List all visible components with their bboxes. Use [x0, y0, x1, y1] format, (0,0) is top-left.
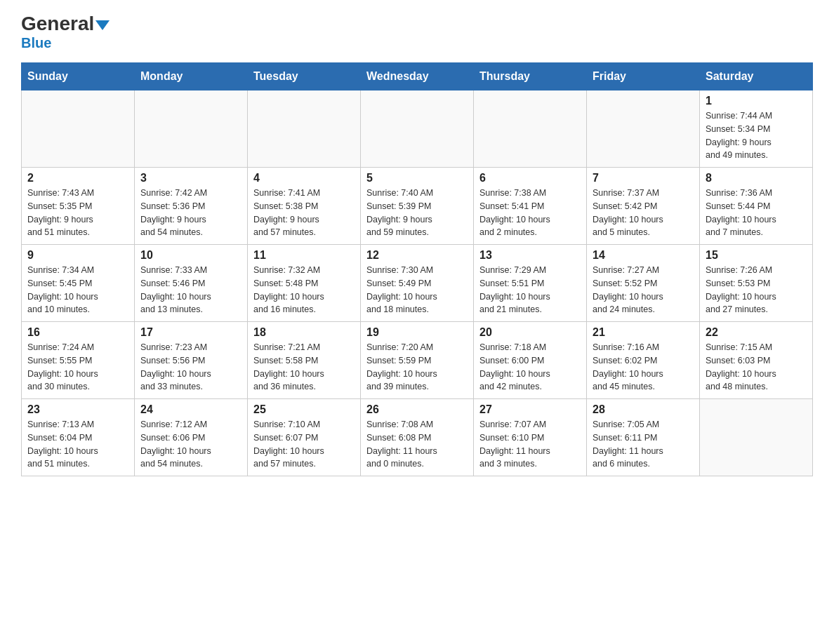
day-number: 8: [706, 172, 807, 185]
calendar-header-row: SundayMondayTuesdayWednesdayThursdayFrid…: [22, 63, 813, 90]
day-info-text: Sunrise: 7:18 AM Sunset: 6:00 PM Dayligh…: [479, 341, 581, 394]
day-cell: 18Sunrise: 7:21 AM Sunset: 5:58 PM Dayli…: [248, 322, 361, 399]
day-number: 19: [366, 326, 468, 339]
day-info-text: Sunrise: 7:21 AM Sunset: 5:58 PM Dayligh…: [253, 341, 355, 394]
day-number: 23: [27, 403, 128, 416]
day-cell: [474, 90, 587, 168]
column-header-tuesday: Tuesday: [248, 63, 361, 90]
day-cell: 1Sunrise: 7:44 AM Sunset: 5:34 PM Daylig…: [700, 90, 813, 168]
day-number: 20: [479, 326, 581, 339]
day-info-text: Sunrise: 7:41 AM Sunset: 5:38 PM Dayligh…: [253, 187, 355, 239]
day-info-text: Sunrise: 7:33 AM Sunset: 5:46 PM Dayligh…: [140, 264, 241, 316]
day-info-text: Sunrise: 7:29 AM Sunset: 5:51 PM Dayligh…: [479, 264, 581, 316]
day-cell: 2Sunrise: 7:43 AM Sunset: 5:35 PM Daylig…: [22, 168, 135, 245]
day-info-text: Sunrise: 7:10 AM Sunset: 6:07 PM Dayligh…: [253, 418, 355, 471]
day-number: 14: [593, 249, 694, 262]
day-cell: 6Sunrise: 7:38 AM Sunset: 5:41 PM Daylig…: [474, 168, 587, 245]
column-header-sunday: Sunday: [22, 63, 135, 90]
day-number: 27: [479, 403, 581, 416]
logo: General Blue: [21, 14, 110, 51]
day-cell: 7Sunrise: 7:37 AM Sunset: 5:42 PM Daylig…: [587, 168, 700, 245]
day-cell: 11Sunrise: 7:32 AM Sunset: 5:48 PM Dayli…: [248, 245, 361, 322]
day-cell: 20Sunrise: 7:18 AM Sunset: 6:00 PM Dayli…: [474, 322, 587, 399]
day-info-text: Sunrise: 7:15 AM Sunset: 6:03 PM Dayligh…: [706, 341, 807, 394]
logo-triangle-icon: [95, 20, 110, 30]
day-cell: 5Sunrise: 7:40 AM Sunset: 5:39 PM Daylig…: [361, 168, 474, 245]
day-info-text: Sunrise: 7:26 AM Sunset: 5:53 PM Dayligh…: [706, 264, 807, 316]
page-header: General Blue: [21, 14, 813, 51]
day-cell: 26Sunrise: 7:08 AM Sunset: 6:08 PM Dayli…: [361, 399, 474, 476]
day-cell: 13Sunrise: 7:29 AM Sunset: 5:51 PM Dayli…: [474, 245, 587, 322]
day-number: 22: [706, 326, 807, 339]
day-cell: 8Sunrise: 7:36 AM Sunset: 5:44 PM Daylig…: [700, 168, 813, 245]
day-cell: [22, 90, 135, 168]
day-cell: 16Sunrise: 7:24 AM Sunset: 5:55 PM Dayli…: [22, 322, 135, 399]
day-number: 11: [253, 249, 355, 262]
day-cell: 25Sunrise: 7:10 AM Sunset: 6:07 PM Dayli…: [248, 399, 361, 476]
day-info-text: Sunrise: 7:36 AM Sunset: 5:44 PM Dayligh…: [706, 187, 807, 239]
day-number: 3: [140, 172, 241, 185]
day-cell: 4Sunrise: 7:41 AM Sunset: 5:38 PM Daylig…: [248, 168, 361, 245]
day-number: 4: [253, 172, 355, 185]
day-info-text: Sunrise: 7:05 AM Sunset: 6:11 PM Dayligh…: [593, 418, 694, 471]
day-number: 5: [366, 172, 468, 185]
day-cell: 14Sunrise: 7:27 AM Sunset: 5:52 PM Dayli…: [587, 245, 700, 322]
day-number: 12: [366, 249, 468, 262]
day-number: 24: [140, 403, 241, 416]
day-number: 13: [479, 249, 581, 262]
day-info-text: Sunrise: 7:32 AM Sunset: 5:48 PM Dayligh…: [253, 264, 355, 316]
day-number: 16: [27, 326, 128, 339]
day-info-text: Sunrise: 7:27 AM Sunset: 5:52 PM Dayligh…: [593, 264, 694, 316]
day-cell: [700, 399, 813, 476]
day-cell: [587, 90, 700, 168]
day-info-text: Sunrise: 7:07 AM Sunset: 6:10 PM Dayligh…: [479, 418, 581, 471]
day-cell: 3Sunrise: 7:42 AM Sunset: 5:36 PM Daylig…: [135, 168, 248, 245]
column-header-wednesday: Wednesday: [361, 63, 474, 90]
day-number: 26: [366, 403, 468, 416]
day-cell: 27Sunrise: 7:07 AM Sunset: 6:10 PM Dayli…: [474, 399, 587, 476]
week-row-4: 16Sunrise: 7:24 AM Sunset: 5:55 PM Dayli…: [22, 322, 813, 399]
calendar-table: SundayMondayTuesdayWednesdayThursdayFrid…: [21, 62, 813, 476]
day-number: 18: [253, 326, 355, 339]
week-row-1: 1Sunrise: 7:44 AM Sunset: 5:34 PM Daylig…: [22, 90, 813, 168]
day-info-text: Sunrise: 7:42 AM Sunset: 5:36 PM Dayligh…: [140, 187, 241, 239]
day-info-text: Sunrise: 7:23 AM Sunset: 5:56 PM Dayligh…: [140, 341, 241, 394]
column-header-saturday: Saturday: [700, 63, 813, 90]
logo-blue-text: Blue: [21, 35, 51, 51]
column-header-monday: Monday: [135, 63, 248, 90]
day-cell: [248, 90, 361, 168]
day-info-text: Sunrise: 7:40 AM Sunset: 5:39 PM Dayligh…: [366, 187, 468, 239]
day-cell: [135, 90, 248, 168]
day-number: 28: [593, 403, 694, 416]
column-header-friday: Friday: [587, 63, 700, 90]
day-number: 2: [27, 172, 128, 185]
day-info-text: Sunrise: 7:44 AM Sunset: 5:34 PM Dayligh…: [706, 109, 807, 162]
logo-general-text: General: [21, 14, 110, 34]
day-cell: 23Sunrise: 7:13 AM Sunset: 6:04 PM Dayli…: [22, 399, 135, 476]
day-number: 7: [593, 172, 694, 185]
day-info-text: Sunrise: 7:37 AM Sunset: 5:42 PM Dayligh…: [593, 187, 694, 239]
day-number: 21: [593, 326, 694, 339]
week-row-5: 23Sunrise: 7:13 AM Sunset: 6:04 PM Dayli…: [22, 399, 813, 476]
day-info-text: Sunrise: 7:13 AM Sunset: 6:04 PM Dayligh…: [27, 418, 128, 471]
day-number: 6: [479, 172, 581, 185]
day-number: 9: [27, 249, 128, 262]
day-cell: 9Sunrise: 7:34 AM Sunset: 5:45 PM Daylig…: [22, 245, 135, 322]
day-number: 25: [253, 403, 355, 416]
day-info-text: Sunrise: 7:43 AM Sunset: 5:35 PM Dayligh…: [27, 187, 128, 239]
day-number: 10: [140, 249, 241, 262]
day-cell: 19Sunrise: 7:20 AM Sunset: 5:59 PM Dayli…: [361, 322, 474, 399]
week-row-2: 2Sunrise: 7:43 AM Sunset: 5:35 PM Daylig…: [22, 168, 813, 245]
day-cell: [361, 90, 474, 168]
day-cell: 24Sunrise: 7:12 AM Sunset: 6:06 PM Dayli…: [135, 399, 248, 476]
day-number: 1: [706, 95, 807, 107]
day-cell: 22Sunrise: 7:15 AM Sunset: 6:03 PM Dayli…: [700, 322, 813, 399]
day-info-text: Sunrise: 7:08 AM Sunset: 6:08 PM Dayligh…: [366, 418, 468, 471]
day-info-text: Sunrise: 7:16 AM Sunset: 6:02 PM Dayligh…: [593, 341, 694, 394]
day-cell: 28Sunrise: 7:05 AM Sunset: 6:11 PM Dayli…: [587, 399, 700, 476]
day-cell: 17Sunrise: 7:23 AM Sunset: 5:56 PM Dayli…: [135, 322, 248, 399]
day-cell: 15Sunrise: 7:26 AM Sunset: 5:53 PM Dayli…: [700, 245, 813, 322]
day-info-text: Sunrise: 7:38 AM Sunset: 5:41 PM Dayligh…: [479, 187, 581, 239]
week-row-3: 9Sunrise: 7:34 AM Sunset: 5:45 PM Daylig…: [22, 245, 813, 322]
day-number: 15: [706, 249, 807, 262]
